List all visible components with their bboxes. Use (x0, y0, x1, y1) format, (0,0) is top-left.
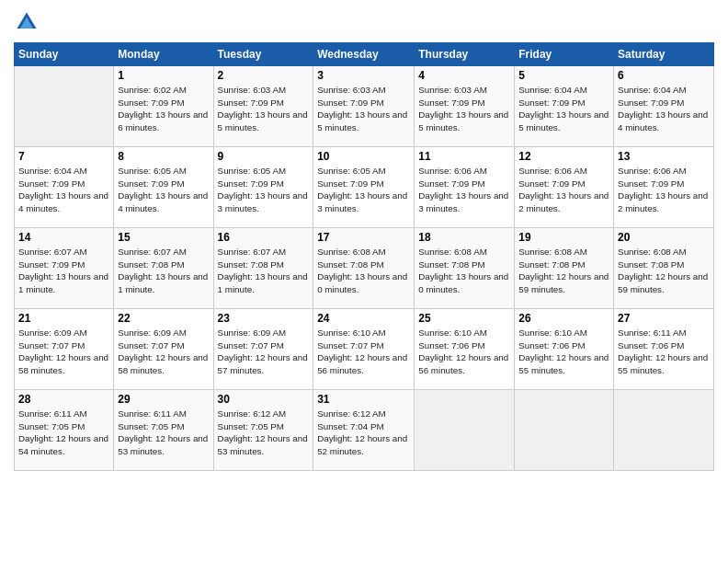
weekday-header-friday: Friday (515, 43, 614, 66)
calendar-cell: 15Sunrise: 6:07 AMSunset: 7:08 PMDayligh… (114, 228, 213, 309)
day-number: 20 (618, 231, 710, 244)
daylight-hours: Daylight: 13 hours and 2 minutes. (518, 190, 609, 213)
day-number: 24 (317, 312, 410, 325)
sunset-time: Sunset: 7:06 PM (618, 340, 684, 350)
calendar-cell: 8Sunrise: 6:05 AMSunset: 7:09 PMDaylight… (114, 147, 213, 228)
sunrise-time: Sunrise: 6:10 AM (518, 327, 587, 338)
day-info: Sunrise: 6:03 AMSunset: 7:09 PMDaylight:… (317, 84, 410, 134)
sunset-time: Sunset: 7:09 PM (618, 178, 684, 189)
sunset-time: Sunset: 7:06 PM (418, 340, 484, 350)
day-number: 6 (618, 69, 710, 82)
day-number: 23 (218, 312, 310, 325)
day-info: Sunrise: 6:07 AMSunset: 7:08 PMDaylight:… (218, 246, 310, 296)
sunrise-time: Sunrise: 6:06 AM (618, 166, 687, 176)
sunset-time: Sunset: 7:08 PM (518, 259, 585, 270)
sunrise-time: Sunrise: 6:09 AM (18, 327, 87, 338)
daylight-hours: Daylight: 13 hours and 0 minutes. (317, 271, 407, 294)
sunrise-time: Sunrise: 6:08 AM (618, 247, 687, 257)
daylight-hours: Daylight: 12 hours and 54 minutes. (18, 433, 108, 456)
day-number: 16 (218, 231, 310, 244)
day-number: 18 (418, 231, 510, 244)
calendar-week-2: 7Sunrise: 6:04 AMSunset: 7:09 PMDaylight… (15, 147, 714, 228)
calendar-week-5: 28Sunrise: 6:11 AMSunset: 7:05 PMDayligh… (15, 390, 714, 471)
day-number: 7 (18, 150, 109, 163)
weekday-header-saturday: Saturday (614, 43, 714, 66)
daylight-hours: Daylight: 13 hours and 4 minutes. (118, 190, 208, 213)
day-number: 9 (218, 150, 310, 163)
calendar-cell: 25Sunrise: 6:10 AMSunset: 7:06 PMDayligh… (415, 309, 515, 390)
day-number: 13 (618, 150, 710, 163)
day-number: 28 (18, 393, 109, 406)
daylight-hours: Daylight: 13 hours and 5 minutes. (518, 109, 609, 132)
sunrise-time: Sunrise: 6:03 AM (218, 85, 287, 95)
day-number: 26 (518, 312, 609, 325)
sunset-time: Sunset: 7:09 PM (518, 98, 585, 108)
calendar-cell: 30Sunrise: 6:12 AMSunset: 7:05 PMDayligh… (213, 390, 313, 471)
daylight-hours: Daylight: 12 hours and 53 minutes. (218, 433, 308, 456)
calendar-cell: 2Sunrise: 6:03 AMSunset: 7:09 PMDaylight… (213, 66, 313, 147)
sunrise-time: Sunrise: 6:04 AM (18, 166, 87, 176)
day-number: 22 (118, 312, 209, 325)
calendar-cell: 9Sunrise: 6:05 AMSunset: 7:09 PMDaylight… (213, 147, 313, 228)
day-number: 1 (118, 69, 209, 82)
daylight-hours: Daylight: 12 hours and 58 minutes. (18, 352, 108, 375)
calendar-cell (15, 66, 114, 147)
daylight-hours: Daylight: 12 hours and 59 minutes. (618, 271, 708, 294)
calendar-cell: 22Sunrise: 6:09 AMSunset: 7:07 PMDayligh… (114, 309, 213, 390)
day-number: 25 (418, 312, 510, 325)
calendar-cell: 18Sunrise: 6:08 AMSunset: 7:08 PMDayligh… (415, 228, 515, 309)
calendar-cell: 1Sunrise: 6:02 AMSunset: 7:09 PMDaylight… (114, 66, 213, 147)
day-info: Sunrise: 6:11 AMSunset: 7:05 PMDaylight:… (118, 408, 209, 458)
daylight-hours: Daylight: 13 hours and 1 minute. (218, 271, 308, 294)
sunset-time: Sunset: 7:04 PM (317, 421, 383, 431)
sunset-time: Sunset: 7:07 PM (18, 340, 85, 350)
sunset-time: Sunset: 7:08 PM (218, 259, 284, 270)
sunrise-time: Sunrise: 6:07 AM (118, 247, 187, 257)
day-number: 8 (118, 150, 209, 163)
day-info: Sunrise: 6:05 AMSunset: 7:09 PMDaylight:… (317, 165, 410, 215)
daylight-hours: Daylight: 13 hours and 2 minutes. (618, 190, 708, 213)
day-info: Sunrise: 6:06 AMSunset: 7:09 PMDaylight:… (418, 165, 510, 215)
calendar-cell: 27Sunrise: 6:11 AMSunset: 7:06 PMDayligh… (614, 309, 714, 390)
calendar-cell: 10Sunrise: 6:05 AMSunset: 7:09 PMDayligh… (313, 147, 415, 228)
calendar-cell: 12Sunrise: 6:06 AMSunset: 7:09 PMDayligh… (515, 147, 614, 228)
sunset-time: Sunset: 7:05 PM (18, 421, 85, 431)
day-info: Sunrise: 6:07 AMSunset: 7:08 PMDaylight:… (118, 246, 209, 296)
calendar-cell: 26Sunrise: 6:10 AMSunset: 7:06 PMDayligh… (515, 309, 614, 390)
sunrise-time: Sunrise: 6:10 AM (418, 327, 487, 338)
calendar-cell: 21Sunrise: 6:09 AMSunset: 7:07 PMDayligh… (15, 309, 114, 390)
sunset-time: Sunset: 7:09 PM (618, 98, 684, 108)
daylight-hours: Daylight: 12 hours and 52 minutes. (317, 433, 407, 456)
sunrise-time: Sunrise: 6:12 AM (218, 408, 287, 419)
weekday-header-sunday: Sunday (15, 43, 114, 66)
calendar-cell: 31Sunrise: 6:12 AMSunset: 7:04 PMDayligh… (313, 390, 415, 471)
day-number: 30 (218, 393, 310, 406)
sunrise-time: Sunrise: 6:05 AM (317, 166, 386, 176)
day-info: Sunrise: 6:03 AMSunset: 7:09 PMDaylight:… (418, 84, 510, 134)
daylight-hours: Daylight: 12 hours and 57 minutes. (218, 352, 308, 375)
weekday-header-wednesday: Wednesday (313, 43, 415, 66)
day-info: Sunrise: 6:04 AMSunset: 7:09 PMDaylight:… (518, 84, 609, 134)
sunrise-time: Sunrise: 6:10 AM (317, 327, 386, 338)
daylight-hours: Daylight: 12 hours and 55 minutes. (518, 352, 609, 375)
sunset-time: Sunset: 7:06 PM (518, 340, 585, 350)
weekday-header-monday: Monday (114, 43, 213, 66)
sunset-time: Sunset: 7:09 PM (218, 178, 284, 189)
page-container: SundayMondayTuesdayWednesdayThursdayFrid… (0, 0, 728, 480)
calendar-cell: 17Sunrise: 6:08 AMSunset: 7:08 PMDayligh… (313, 228, 415, 309)
calendar-cell: 3Sunrise: 6:03 AMSunset: 7:09 PMDaylight… (313, 66, 415, 147)
sunset-time: Sunset: 7:07 PM (118, 340, 184, 350)
day-number: 14 (18, 231, 109, 244)
sunset-time: Sunset: 7:07 PM (317, 340, 383, 350)
day-number: 12 (518, 150, 609, 163)
sunrise-time: Sunrise: 6:04 AM (518, 85, 587, 95)
calendar-cell: 7Sunrise: 6:04 AMSunset: 7:09 PMDaylight… (15, 147, 114, 228)
weekday-header-row: SundayMondayTuesdayWednesdayThursdayFrid… (15, 43, 714, 66)
day-info: Sunrise: 6:10 AMSunset: 7:07 PMDaylight:… (317, 327, 410, 377)
calendar-cell: 23Sunrise: 6:09 AMSunset: 7:07 PMDayligh… (213, 309, 313, 390)
daylight-hours: Daylight: 13 hours and 6 minutes. (118, 109, 208, 132)
day-number: 17 (317, 231, 410, 244)
daylight-hours: Daylight: 12 hours and 53 minutes. (118, 433, 208, 456)
sunset-time: Sunset: 7:08 PM (418, 259, 484, 270)
sunset-time: Sunset: 7:07 PM (218, 340, 284, 350)
